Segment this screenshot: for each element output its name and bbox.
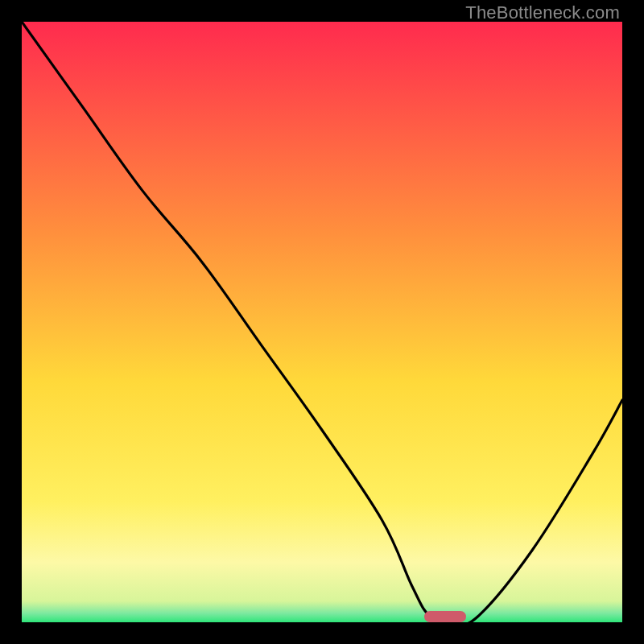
- optimal-marker: [424, 611, 466, 622]
- chart-frame: TheBottleneck.com: [0, 0, 644, 644]
- watermark-text: TheBottleneck.com: [465, 2, 620, 23]
- bottleneck-curve: [22, 22, 622, 622]
- plot-area: [22, 22, 622, 622]
